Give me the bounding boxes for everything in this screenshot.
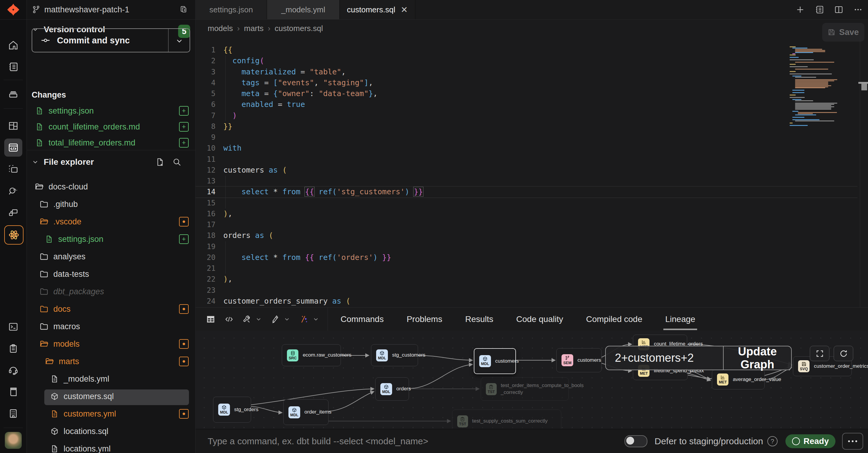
tree-item-locations-sql[interactable]: locations.sql bbox=[27, 423, 195, 439]
query-insights-icon[interactable] bbox=[4, 182, 22, 200]
chevron-down-icon[interactable] bbox=[284, 316, 290, 323]
tree-item-docs[interactable]: docs• bbox=[27, 301, 195, 317]
tree-item-docs-cloud[interactable]: docs-cloud bbox=[27, 179, 195, 195]
code-editor[interactable]: 1{{2 config(3 materialized = "table",4 t… bbox=[195, 36, 868, 307]
panel-tab-problems[interactable]: Problems bbox=[405, 309, 444, 330]
tab--models-yml[interactable]: _models.yml bbox=[267, 0, 340, 19]
results-table-icon[interactable] bbox=[206, 315, 216, 324]
branch-icon bbox=[32, 5, 41, 14]
layers-icon[interactable] bbox=[4, 85, 22, 103]
editor-icon[interactable] bbox=[4, 138, 22, 157]
ready-status-badge[interactable]: Ready bbox=[785, 434, 835, 448]
lineage-node-stg-orders[interactable]: MDLstg_orders bbox=[213, 397, 251, 423]
tree-item-data-tests[interactable]: data-tests bbox=[27, 266, 195, 282]
organization-icon[interactable] bbox=[4, 405, 22, 423]
tree-item-dbt-packages[interactable]: dbt_packages bbox=[27, 284, 195, 299]
panel-tab-lineage[interactable]: Lineage bbox=[663, 309, 697, 330]
dashboard-icon[interactable] bbox=[4, 117, 22, 135]
lineage-node-customers[interactable]: SEMcustomers bbox=[556, 348, 601, 372]
ai-sparkle-icon[interactable] bbox=[299, 315, 309, 324]
more-options-icon[interactable] bbox=[854, 5, 863, 14]
terminal-icon[interactable] bbox=[4, 318, 22, 336]
chevron-down-icon[interactable] bbox=[255, 316, 262, 323]
branch-selector[interactable]: matthewshaver-patch-1 bbox=[27, 0, 195, 20]
panel-tab-results[interactable]: Results bbox=[463, 309, 495, 330]
tree-item-label: models bbox=[53, 339, 80, 349]
panel-tab-commands[interactable]: Commands bbox=[339, 309, 385, 330]
editor-scrollbar[interactable] bbox=[860, 36, 868, 307]
support-headset-icon[interactable] bbox=[4, 361, 22, 379]
tasks-icon[interactable] bbox=[4, 339, 22, 358]
changed-file-row[interactable]: count_lifetime_orders.md+ bbox=[27, 119, 195, 135]
lineage-node-test-order-items-compute-to-bools[interactable]: TSTtest_order_items_compute_to_bools _co… bbox=[481, 378, 569, 400]
changed-file-row[interactable]: total_lifetime_orders.md+ bbox=[27, 135, 195, 151]
lineage-node-order-items[interactable]: MDLorder_items bbox=[283, 399, 329, 425]
line-number: 13 bbox=[195, 175, 216, 187]
code-preview-icon[interactable] bbox=[224, 315, 234, 324]
panel-tab-compiled-code[interactable]: Compiled code bbox=[584, 309, 644, 330]
tree-item-customers-sql[interactable]: customers.sql bbox=[27, 389, 195, 404]
home-icon[interactable] bbox=[4, 36, 22, 54]
tree-item-marts[interactable]: marts• bbox=[27, 354, 195, 369]
breadcrumb-item[interactable]: marts bbox=[244, 24, 264, 33]
tree-item-settings-json[interactable]: settings.json+ bbox=[27, 231, 195, 247]
tree-item--models-yml[interactable]: _models.yml bbox=[27, 371, 195, 387]
split-view-icon[interactable] bbox=[834, 5, 843, 14]
lineage-graph[interactable]: SRCecom.raw_customersMDLstg_customersMDL… bbox=[195, 331, 868, 429]
lineage-node-ecom-raw-customers[interactable]: SRCecom.raw_customers bbox=[282, 344, 341, 366]
tree-item-models[interactable]: models• bbox=[27, 336, 195, 352]
tab-settings-json[interactable]: settings.json bbox=[195, 0, 267, 19]
search-icon[interactable] bbox=[173, 158, 181, 167]
refresh-button[interactable] bbox=[834, 346, 853, 361]
build-wrench-icon[interactable] bbox=[243, 315, 252, 324]
new-tab-icon[interactable] bbox=[796, 5, 805, 14]
outline-icon[interactable] bbox=[815, 5, 824, 14]
dbt-logo-icon[interactable] bbox=[0, 0, 27, 20]
catalog-icon[interactable] bbox=[4, 58, 22, 76]
line-number: 23 bbox=[195, 285, 216, 296]
tab-customers-sql[interactable]: customers.sql✕ bbox=[340, 0, 415, 19]
update-graph-button[interactable]: Update Graph bbox=[724, 345, 791, 371]
lineage-node-customers[interactable]: MDLcustomers bbox=[474, 348, 516, 374]
panel-tab-list: CommandsProblemsResultsCode qualityCompi… bbox=[339, 309, 697, 330]
tree-item-locations-yml[interactable]: locations.yml bbox=[27, 441, 195, 453]
assistant-atom-icon[interactable] bbox=[4, 225, 24, 245]
lineage-node-average-order-value[interactable]: METaverage_order_value bbox=[712, 369, 765, 389]
tree-item-customers-yml[interactable]: customers.yml• bbox=[27, 406, 195, 422]
file-explorer-header[interactable]: File explorer bbox=[32, 155, 190, 169]
panel-tab-code-quality[interactable]: Code quality bbox=[515, 309, 565, 330]
close-icon[interactable]: ✕ bbox=[401, 5, 407, 15]
tree-item--vscode[interactable]: .vscode• bbox=[27, 214, 195, 229]
copy-icon[interactable] bbox=[180, 5, 188, 14]
breadcrumb-item[interactable]: models bbox=[208, 24, 233, 33]
docs-book-icon[interactable] bbox=[4, 383, 22, 401]
tree-item-analyses[interactable]: analyses bbox=[27, 249, 195, 264]
new-file-icon[interactable] bbox=[156, 158, 164, 167]
lineage-node-test-supply-costs-sum-correctly[interactable]: TSTtest_supply_costs_sum_correctly bbox=[452, 410, 561, 429]
tree-item-macros[interactable]: macros bbox=[27, 319, 195, 334]
line-number: 21 bbox=[195, 263, 216, 274]
breadcrumb-item[interactable]: customers.sql bbox=[275, 24, 323, 33]
help-icon[interactable]: ? bbox=[767, 436, 778, 446]
lineage-node-stg-customers[interactable]: MDLstg_customers bbox=[371, 344, 418, 366]
fullscreen-button[interactable] bbox=[810, 346, 830, 361]
chevron-down-icon[interactable] bbox=[313, 316, 319, 323]
commit-options-chevron-icon[interactable] bbox=[175, 37, 184, 45]
tab-label: _models.yml bbox=[281, 5, 325, 14]
defer-toggle[interactable] bbox=[624, 435, 647, 447]
scrollbar-thumb[interactable] bbox=[861, 84, 867, 90]
tree-item-label: settings.json bbox=[58, 235, 103, 244]
tree-item--github[interactable]: .github bbox=[27, 196, 195, 212]
lineage-selector-input[interactable]: 2+customers+2 bbox=[606, 352, 723, 364]
commit-and-sync-button[interactable]: Commit and sync bbox=[32, 28, 190, 53]
more-options-button[interactable] bbox=[842, 433, 863, 450]
frame-icon[interactable] bbox=[4, 160, 22, 178]
added-badge: + bbox=[179, 122, 189, 132]
command-bar[interactable]: Type a command, ex. dbt build --select <… bbox=[195, 429, 868, 453]
avatar[interactable] bbox=[5, 432, 22, 449]
orchestration-icon[interactable] bbox=[4, 204, 22, 222]
command-input-placeholder[interactable]: Type a command, ex. dbt build --select <… bbox=[208, 436, 624, 446]
changed-file-row[interactable]: settings.json+ bbox=[27, 103, 195, 119]
lineage-node-orders[interactable]: MDLorders bbox=[375, 378, 409, 400]
format-icon[interactable] bbox=[271, 315, 280, 324]
